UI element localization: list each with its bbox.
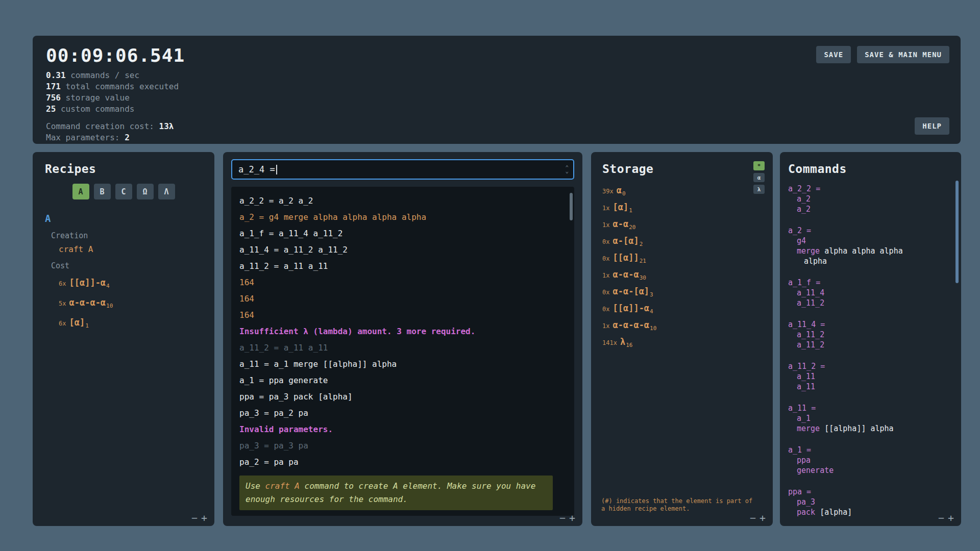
top-buttons: SAVE SAVE & MAIN MENU	[816, 46, 949, 63]
storage-item-subscript: 16	[626, 342, 632, 348]
log-line: pa_2 = pa pa	[239, 454, 566, 470]
zoom-in-button[interactable]: +	[569, 512, 575, 524]
commands-list: a_2_2 = a_2 a_2 a_2 = g4 merge alpha alp…	[788, 184, 955, 517]
text-caret	[276, 165, 277, 174]
command-definition-head: ppa =	[788, 487, 955, 497]
panel-zoom-controls: − +	[938, 512, 954, 524]
zoom-out-button[interactable]: −	[750, 512, 756, 524]
log-line: 164	[239, 291, 566, 307]
recipes-title: Recipes	[45, 162, 202, 176]
storage-item: 141xλ16	[602, 334, 762, 351]
storage-item: 1xα-α20	[602, 216, 762, 233]
command-token: a_11_2	[797, 330, 824, 339]
command-definition: a_11_2 = a_11 a_11	[788, 361, 955, 392]
commands-scrollbar[interactable]	[955, 181, 959, 283]
save-button[interactable]: SAVE	[816, 46, 851, 63]
storage-item: 0xα-[α]2	[602, 233, 762, 250]
storage-item-name: [[α]]-α	[612, 303, 649, 313]
panel-zoom-controls: − +	[750, 512, 766, 524]
stat-label: total commands executed	[66, 82, 179, 91]
storage-item-count: 0x	[602, 306, 609, 313]
hint-command: craft A	[265, 481, 300, 491]
command-definition: a_2 = g4 merge alpha alpha alpha alpha	[788, 226, 955, 266]
stat-line: 171 total commands executed	[46, 81, 947, 92]
command-definition-line: ppa	[788, 455, 927, 465]
command-definition-head: a_1 =	[788, 445, 955, 455]
log-line: ppa = pa_3 pack [alpha]	[239, 389, 566, 405]
stat-value: 756	[46, 93, 61, 103]
command-definition-head: a_11_4 =	[788, 319, 955, 330]
stat-line: 756 storage value	[46, 92, 947, 104]
log-line: pa_3 = pa_3 pa	[239, 438, 566, 454]
log-line: a_11_2 = a_11 a_11	[239, 258, 566, 274]
storage-item: 1x[α]1	[602, 199, 762, 216]
cost-count: 6x	[59, 320, 66, 327]
command-token: generate	[797, 466, 834, 475]
cost-count: 5x	[59, 300, 66, 307]
log-line: Insufficient λ (lambda) amount. 3 more r…	[239, 323, 566, 340]
zoom-out-button[interactable]: −	[938, 512, 944, 524]
command-definition: a_11_4 = a_11_2 a_11_2	[788, 319, 955, 350]
recipe-category-tab[interactable]: B	[94, 184, 111, 199]
recipe-category-tab[interactable]: C	[115, 184, 132, 199]
zoom-in-button[interactable]: +	[760, 512, 766, 524]
command-definition-line: a_11_2	[788, 330, 927, 340]
storage-item-name: α	[617, 185, 622, 195]
command-definition: ppa = pa_3 pack [alpha]	[788, 487, 955, 517]
command-log: a_2_2 = a_2 a_2a_2 = g4 merge alpha alph…	[231, 187, 574, 516]
storage-title: Storage	[602, 162, 762, 176]
command-token: a_11_2	[797, 298, 824, 308]
command-definition-line: generate	[788, 465, 927, 475]
recipe-category-tab[interactable]: A	[72, 184, 89, 199]
storage-filter-button[interactable]: α	[753, 173, 765, 182]
meta-value: 13λ	[159, 121, 174, 131]
command-definition-line: a_1	[788, 413, 927, 423]
storage-item-name: α-α-α	[612, 269, 639, 280]
command-input[interactable]: a_2_4 = ⌃ ⌄	[231, 159, 574, 180]
log-line: a_11_2 = a_11 a_11	[239, 340, 566, 356]
command-definition-line: merge alpha alpha alpha alpha	[788, 246, 927, 266]
meta-line: Command creation cost: 13λ	[46, 121, 947, 132]
storage-item-count: 0x	[602, 255, 609, 262]
zoom-out-button[interactable]: −	[559, 512, 566, 524]
zoom-out-button[interactable]: −	[191, 512, 198, 524]
panel-zoom-controls: − +	[191, 512, 207, 524]
storage-item-name: [[α]]	[612, 253, 639, 263]
save-main-menu-button[interactable]: SAVE & MAIN MENU	[857, 46, 949, 63]
zoom-in-button[interactable]: +	[201, 512, 207, 524]
input-spinner-icon[interactable]: ⌃ ⌄	[565, 166, 569, 173]
storage-filter-button[interactable]: *	[753, 161, 765, 170]
log-line: 164	[239, 307, 566, 323]
cost-label: Cost	[45, 261, 202, 270]
cost-element-name: α-α-α-α	[69, 297, 106, 308]
command-definition-head: a_11_2 =	[788, 361, 955, 371]
zoom-in-button[interactable]: +	[948, 512, 954, 524]
panel-zoom-controls: − +	[559, 512, 575, 524]
command-token: g4	[797, 236, 806, 245]
storage-filter-button[interactable]: λ	[753, 185, 765, 194]
storage-item-subscript: 2	[640, 241, 643, 247]
storage-item-list: 39xα01x[α]11xα-α200xα-[α]20x[[α]]211xα-α…	[602, 183, 762, 351]
recipe-category-tab[interactable]: Λ	[158, 184, 175, 199]
cost-item: 5xα-α-α-α10	[45, 293, 202, 313]
stats-list: 0.31 commands / sec171 total commands ex…	[46, 70, 947, 115]
log-scrollbar[interactable]	[570, 193, 573, 220]
chevron-down-icon: ⌄	[565, 169, 569, 173]
command-definition-head: a_1_f =	[788, 278, 955, 288]
command-definition-line: a_11_2	[788, 298, 927, 308]
command-definition-line: g4	[788, 236, 927, 246]
storage-item-subscript: 3	[650, 291, 653, 298]
meta-label: Command creation cost:	[46, 121, 159, 131]
command-input-value: a_2_4 =	[238, 164, 275, 174]
storage-item-subscript: 1	[629, 207, 632, 214]
command-definition: a_1 = ppa generate	[788, 445, 955, 475]
meta-line: Max parameters: 2	[46, 132, 947, 143]
storage-item: 0x[[α]]21	[602, 250, 762, 267]
stat-value: 171	[46, 82, 61, 91]
storage-item-count: 141x	[602, 339, 617, 346]
help-button[interactable]: HELP	[915, 117, 949, 135]
storage-item: 1xα-α-α-α10	[602, 317, 762, 334]
command-definition-line: pa_3	[788, 497, 927, 507]
recipe-category-tab[interactable]: Ω	[137, 184, 154, 199]
command-definition-line: merge [[alpha]] alpha	[788, 423, 927, 434]
